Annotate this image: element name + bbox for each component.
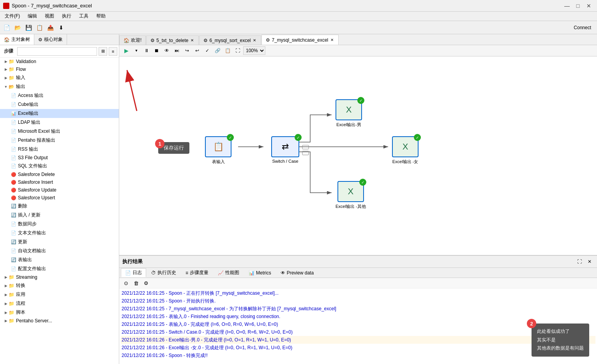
- list-item[interactable]: 📄Cube输出: [0, 100, 119, 109]
- tab-core-objects[interactable]: ⚙ 核心对象: [34, 34, 67, 45]
- list-item[interactable]: 📄SQL 文件输出: [0, 162, 119, 171]
- log-settings-button[interactable]: ⚙: [142, 279, 150, 287]
- expand-button[interactable]: ⛶: [575, 257, 584, 266]
- tab-mysql-switchcase[interactable]: ⚙ 7_mysql_switchcase_excel ✕: [261, 35, 339, 45]
- tree-item-streaming[interactable]: ▶ 📁 Streaming: [0, 273, 119, 281]
- preview-button[interactable]: 👁: [162, 46, 171, 55]
- tab-mysql-sort[interactable]: ⚙ 6_mysql_sort_excel ✕: [199, 35, 261, 45]
- tab-txt-delete[interactable]: ⚙ 5_txt_to_delete ✕: [146, 35, 199, 45]
- tab-close-button[interactable]: ✕: [252, 38, 257, 43]
- bottom-tab-perf[interactable]: 📈 性能图: [214, 268, 244, 277]
- list-item-excel[interactable]: 📊Excel输出: [0, 109, 119, 118]
- tree-item-workflow[interactable]: ▶ 📁 流程: [0, 299, 119, 308]
- list-item[interactable]: 🔴Salesforce Insert: [0, 178, 119, 186]
- log-line[interactable]: 2021/12/22 16:01:25 - Switch / Case.0 - …: [121, 328, 595, 336]
- run-dropdown[interactable]: ▼: [132, 46, 141, 55]
- log-line[interactable]: 2021/12/22 16:01:26 - Spoon - 转换完成!!: [121, 352, 595, 359]
- list-item[interactable]: 📄自动文档输出: [0, 246, 119, 255]
- tab-welcome[interactable]: 🏠 欢迎!: [119, 35, 146, 45]
- new-file-button[interactable]: 📄: [2, 23, 12, 33]
- close-bottom-button[interactable]: ✕: [585, 257, 594, 266]
- fullscreen-button[interactable]: ⛶: [233, 46, 242, 55]
- node-excel-male[interactable]: ✓ X Excel输出-男: [336, 99, 362, 128]
- log-line[interactable]: 2021/12/22 16:01:26 - Excel输出 -女.0 - 完成处…: [121, 344, 595, 352]
- db-button[interactable]: 🔗: [213, 46, 222, 55]
- tab-close-button[interactable]: ✕: [330, 37, 334, 42]
- menu-view[interactable]: 视图: [42, 12, 57, 20]
- search-input[interactable]: [17, 47, 97, 56]
- list-item[interactable]: 🔄插入 / 更新: [0, 211, 119, 220]
- list-item[interactable]: 🔴Salesforce Upsert: [0, 194, 119, 202]
- list-item[interactable]: 🔄更新: [0, 237, 119, 246]
- log-line[interactable]: 2021/12/22 16:01:25 - 7_mysql_switchcase…: [121, 305, 595, 313]
- node-switch-case[interactable]: ✓ ⇄ Switch / Case: [271, 136, 299, 164]
- check-button[interactable]: ✓: [203, 46, 212, 55]
- save-button[interactable]: 💾: [23, 23, 34, 33]
- menu-run[interactable]: 执行: [59, 12, 74, 20]
- export-button[interactable]: 📤: [45, 23, 55, 33]
- list-item[interactable]: 📄Access 输出: [0, 91, 119, 100]
- maximize-button[interactable]: □: [573, 2, 583, 10]
- sql-button[interactable]: 📋: [223, 46, 232, 55]
- pause-button[interactable]: ⏸: [142, 46, 151, 55]
- log-line[interactable]: 2021/12/22 16:01:25 - Spoon - 开始执行转换.: [121, 297, 595, 305]
- list-item[interactable]: 📄RSS 输出: [0, 145, 119, 154]
- step-button[interactable]: ⏭: [172, 46, 182, 55]
- tree-item-script[interactable]: ▶ 📁 脚本: [0, 308, 119, 317]
- log-area[interactable]: 2021/12/22 16:01:25 - Spoon - 正在打开转换 [7_…: [119, 288, 597, 364]
- node-excel-other[interactable]: ✓ X Excel输出 -其他: [336, 181, 366, 209]
- log-clear-button[interactable]: 🗑: [132, 279, 140, 287]
- settings-button[interactable]: ⬇: [56, 23, 66, 33]
- list-item[interactable]: 📄配置文件输出: [0, 264, 119, 273]
- list-item[interactable]: 📄数据同步: [0, 220, 119, 229]
- list-item[interactable]: 📄Microsoft Excel 输出: [0, 127, 119, 136]
- list-item[interactable]: 🔄表输出: [0, 255, 119, 264]
- menu-edit[interactable]: 编辑: [25, 12, 40, 20]
- search-grid-button[interactable]: ⊞: [99, 47, 107, 56]
- list-item[interactable]: 📄S3 File Output: [0, 154, 119, 162]
- tree-item-input[interactable]: ▶ 📁 输入: [0, 73, 119, 82]
- menu-tools[interactable]: 工具: [76, 12, 92, 20]
- bottom-tab-preview[interactable]: 👁 Preview data: [276, 269, 318, 277]
- node-table-input[interactable]: ✓ 📋 表输入: [205, 136, 231, 165]
- menu-help[interactable]: 帮助: [93, 12, 109, 20]
- connect-button[interactable]: Connect: [569, 24, 595, 32]
- tree-item-transform[interactable]: ▶ 📁 转换: [0, 281, 119, 290]
- bottom-tab-history[interactable]: ⏱ 执行历史: [147, 268, 180, 277]
- list-item[interactable]: 🔴Salesforce Update: [0, 186, 119, 194]
- log-line[interactable]: 2021/12/22 16:01:25 - 表输入.0 - Finished r…: [121, 313, 595, 320]
- search-list-button[interactable]: ≡: [109, 47, 117, 56]
- tab-label: 7_mysql_switchcase_excel: [272, 37, 328, 43]
- tab-main-tree[interactable]: 🏠 主对象树: [0, 34, 34, 45]
- zoom-select[interactable]: 100% 75% 50% 150%: [243, 46, 265, 55]
- save-as-button[interactable]: 📋: [34, 23, 44, 33]
- log-line[interactable]: 2021/12/22 16:01:25 - Spoon - 正在打开转换 [7_…: [121, 289, 595, 297]
- tree-item-output[interactable]: ▼ 📂 输出: [0, 82, 119, 91]
- open-file-button[interactable]: 📂: [12, 23, 23, 33]
- log-line[interactable]: 2021/12/22 16:01:25 - 表输入.0 - 完成处理 (I=6,…: [121, 320, 595, 328]
- replay-button[interactable]: ↩: [193, 46, 202, 55]
- list-item[interactable]: 🔄删除: [0, 202, 119, 211]
- tab-close-button[interactable]: ✕: [190, 38, 194, 43]
- stop-button[interactable]: ⏹: [152, 46, 161, 55]
- run-to-button[interactable]: ↪: [182, 46, 192, 55]
- list-item[interactable]: 📄Pentaho 报表输出: [0, 136, 119, 145]
- bottom-tab-metrics[interactable]: 📊 Metrics: [244, 269, 276, 277]
- log-line-male[interactable]: 2021/12/22 16:01:26 - Excel输出-男.0 - 完成处理…: [121, 336, 595, 344]
- bottom-tab-log[interactable]: 📄 日志: [121, 268, 146, 277]
- tree-item-pentaho[interactable]: ▶ 📁 Pentaho Server...: [0, 317, 119, 325]
- minimize-button[interactable]: —: [562, 2, 572, 10]
- close-button[interactable]: ✕: [584, 2, 594, 10]
- tree-item-app[interactable]: ▶ 📁 应用: [0, 290, 119, 299]
- list-item[interactable]: 📄LDAP 输出: [0, 118, 119, 127]
- tree-item-flow[interactable]: ▶ 📁 Flow: [0, 65, 119, 73]
- canvas-area[interactable]: 1 保存运行 ✓ 📋 表输入 ✓ ⇄ Sw: [119, 56, 597, 255]
- tree-item-validation[interactable]: ▶ 📁 Validation: [0, 58, 119, 65]
- list-item[interactable]: 📄文本文件输出: [0, 229, 119, 237]
- log-play-button[interactable]: ⊙: [122, 279, 130, 287]
- run-button[interactable]: ▶: [122, 46, 131, 55]
- node-excel-female[interactable]: ✓ X Excel输出 -女: [392, 136, 419, 165]
- menu-file[interactable]: 文件(F): [2, 12, 23, 20]
- list-item[interactable]: 🔴Salesforce Delete: [0, 171, 119, 178]
- bottom-tab-steps[interactable]: ≡ 步骤度量: [181, 268, 213, 277]
